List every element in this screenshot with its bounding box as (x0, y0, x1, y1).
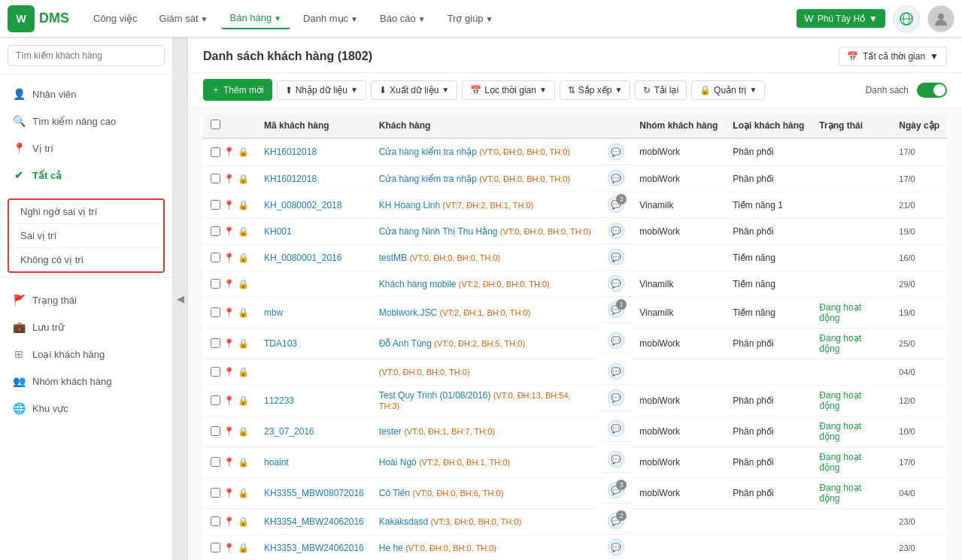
customer-code[interactable]: KH001 (264, 226, 292, 237)
customer-name[interactable]: Hoài Ngô (379, 457, 417, 468)
app-logo[interactable]: W DMS (8, 5, 69, 32)
row-lock-icon[interactable]: 🔒 (237, 456, 249, 468)
row-location-icon[interactable]: 📍 (223, 395, 235, 407)
chat-icon[interactable]: 💬1 (608, 301, 624, 318)
row-lock-icon[interactable]: 🔒 (237, 395, 249, 407)
row-lock-icon[interactable]: 🔒 (237, 338, 249, 350)
user-menu-button[interactable]: W Phú Tây Hồ ▼ (797, 9, 885, 28)
customer-code[interactable]: 23_07_2016 (264, 426, 314, 437)
chat-icon[interactable]: 💬 (608, 451, 624, 468)
row-location-icon[interactable]: 📍 (223, 366, 235, 378)
row-checkbox[interactable] (211, 226, 220, 236)
row-checkbox[interactable] (211, 395, 220, 405)
row-lock-icon[interactable]: 🔒 (237, 366, 249, 378)
sidebar-item-tat-ca[interactable]: ✔ Tất cả (0, 162, 172, 189)
customer-code[interactable]: KH3354_MBW24062016 (264, 516, 364, 527)
row-lock-icon[interactable]: 🔒 (237, 487, 249, 499)
select-all-checkbox[interactable] (211, 120, 220, 129)
filter-sai-vi-tri[interactable]: Sai vị trí (9, 223, 163, 247)
row-location-icon[interactable]: 📍 (223, 278, 235, 290)
nav-bao-cao[interactable]: Báo cáo▼ (371, 8, 435, 29)
row-lock-icon[interactable]: 🔒 (237, 146, 249, 158)
row-lock-icon[interactable]: 🔒 (237, 542, 249, 554)
nav-ban-hang[interactable]: Bán hàng▼ (221, 8, 291, 29)
customer-code[interactable]: 112233 (264, 395, 294, 406)
row-lock-icon[interactable]: 🔒 (237, 425, 249, 437)
customer-code[interactable]: mbw (264, 307, 283, 318)
reload-button[interactable]: ↻ Tải lại (635, 80, 687, 100)
row-checkbox[interactable] (211, 279, 220, 289)
time-filter-button[interactable]: 📅 Lọc thời gian ▼ (462, 80, 555, 100)
row-location-icon[interactable]: 📍 (223, 226, 235, 238)
row-location-icon[interactable]: 📍 (223, 516, 235, 528)
customer-code[interactable]: KH_0080001_2016 (264, 253, 341, 263)
row-checkbox[interactable] (211, 457, 220, 467)
row-lock-icon[interactable]: 🔒 (237, 199, 249, 211)
sort-button[interactable]: ⇅ Sắp xếp ▼ (560, 80, 631, 100)
customer-code[interactable]: KH_0080002_2018 (264, 200, 341, 210)
avatar-button[interactable] (927, 5, 954, 32)
row-location-icon[interactable]: 📍 (223, 173, 235, 185)
row-location-icon[interactable]: 📍 (223, 542, 235, 554)
row-checkbox[interactable] (211, 426, 220, 436)
row-lock-icon[interactable]: 🔒 (237, 516, 249, 528)
row-lock-icon[interactable]: 🔒 (237, 226, 249, 238)
customer-name[interactable]: Mobiwork.JSC (379, 307, 437, 318)
chat-icon[interactable]: 💬 (608, 170, 624, 186)
row-lock-icon[interactable]: 🔒 (237, 278, 249, 290)
customer-name[interactable]: Cửa hàng Ninh Thị Thu Hằng (379, 226, 498, 237)
row-checkbox[interactable] (211, 488, 220, 498)
row-location-icon[interactable]: 📍 (223, 146, 235, 158)
customer-name[interactable]: Cửa hàng kiểm tra nhập (379, 147, 477, 157)
row-location-icon[interactable]: 📍 (223, 199, 235, 211)
nav-danh-muc[interactable]: Danh mục▼ (294, 8, 367, 29)
customer-name[interactable]: Kakaksdasd (379, 516, 428, 527)
customer-name[interactable]: KH Hoang Linh (379, 200, 440, 210)
customer-code[interactable]: KH3353_MBW24062016 (264, 543, 364, 553)
chat-icon[interactable]: 💬 (608, 144, 624, 160)
row-checkbox[interactable] (211, 147, 220, 157)
filter-khong-co-vi-tri[interactable]: Không có vị trí (9, 247, 163, 271)
chat-icon[interactable]: 💬 (608, 389, 624, 406)
row-checkbox[interactable] (211, 367, 220, 377)
export-data-button[interactable]: ⬇ Xuất dữ liệu ▼ (371, 80, 457, 100)
customer-code[interactable]: KH16012018 (264, 147, 317, 157)
chat-icon[interactable]: 💬 (608, 539, 624, 555)
customer-name[interactable]: He he (379, 543, 403, 553)
row-checkbox[interactable] (211, 200, 220, 210)
sidebar-item-tim-kiem[interactable]: 🔍 Tìm kiếm nâng cao (0, 107, 172, 135)
admin-button[interactable]: 🔒 Quản trị ▼ (691, 80, 765, 100)
chat-icon[interactable]: 💬 (608, 363, 624, 380)
sidebar-item-vi-tri[interactable]: 📍 Vị trí (0, 135, 172, 162)
row-checkbox[interactable] (211, 174, 220, 183)
chat-icon[interactable]: 💬 (608, 420, 624, 437)
row-checkbox[interactable] (211, 516, 220, 526)
chat-icon[interactable]: 💬 (608, 249, 624, 265)
sidebar-item-loai-kh[interactable]: ⊞ Loại khách hàng (0, 341, 172, 368)
sidebar-collapse-button[interactable]: ◀ (173, 38, 188, 560)
customer-code[interactable]: hoaint (264, 457, 289, 468)
row-location-icon[interactable]: 📍 (223, 487, 235, 499)
customer-name[interactable]: Khách hàng mobile (379, 279, 457, 289)
row-location-icon[interactable]: 📍 (223, 456, 235, 468)
row-lock-icon[interactable]: 🔒 (237, 173, 249, 185)
list-view-toggle[interactable] (917, 83, 947, 98)
customer-name[interactable]: testMB (379, 253, 407, 263)
row-checkbox[interactable] (211, 338, 220, 348)
chat-icon[interactable]: 💬3 (608, 196, 624, 213)
customer-code[interactable]: KH16012018 (264, 174, 317, 184)
sidebar-item-khu-vuc[interactable]: 🌐 Khu vực (0, 395, 172, 422)
row-checkbox[interactable] (211, 543, 220, 552)
chat-icon[interactable]: 💬2 (608, 513, 624, 529)
date-filter-button[interactable]: 📅 Tất cả thời gian ▼ (839, 47, 947, 66)
sidebar-item-nhan-vien[interactable]: 👤 Nhân viên (0, 80, 172, 107)
search-input[interactable] (8, 45, 165, 66)
nav-giam-sat[interactable]: Giám sát▼ (150, 8, 217, 29)
add-new-button[interactable]: ＋ Thêm mới (203, 79, 272, 101)
row-location-icon[interactable]: 📍 (223, 338, 235, 350)
row-location-icon[interactable]: 📍 (223, 252, 235, 264)
chat-icon[interactable]: 💬3 (608, 482, 624, 498)
sidebar-item-trang-thai[interactable]: 🚩 Trạng thái (0, 286, 172, 313)
nav-tro-giup[interactable]: Trợ giúp▼ (439, 8, 502, 29)
filter-nghi-ngo-sai-vi-tri[interactable]: Nghi ngờ sai vị trí (9, 200, 163, 223)
